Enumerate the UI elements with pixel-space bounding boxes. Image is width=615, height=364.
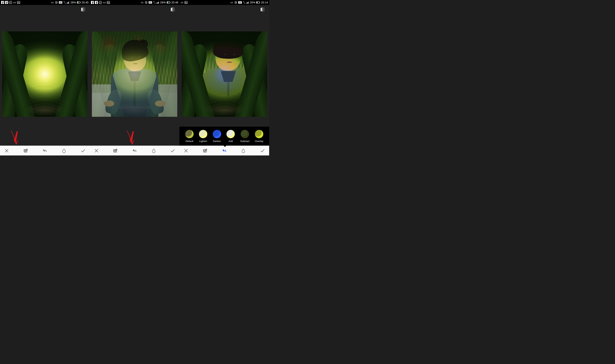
hotspot-icon xyxy=(230,1,233,4)
blend-swatch-icon xyxy=(255,130,263,138)
editor-toolbar xyxy=(90,146,179,156)
screen-1: 4G 28% 20:45 xyxy=(0,0,90,156)
network-badge: 4G xyxy=(149,1,152,4)
alarm-icon xyxy=(234,1,237,4)
app-header xyxy=(179,5,269,14)
add-image-button[interactable] xyxy=(202,147,209,154)
opacity-button[interactable] xyxy=(240,147,247,154)
blend-mode-button[interactable] xyxy=(131,147,138,154)
compare-icon[interactable] xyxy=(81,7,86,12)
data-traffic-icon xyxy=(63,1,66,4)
alarm-icon xyxy=(55,1,58,4)
blend-option-overlay[interactable]: Overlay xyxy=(255,130,263,143)
opacity-button[interactable] xyxy=(150,147,157,154)
add-image-button[interactable] xyxy=(112,147,119,154)
confirm-button[interactable] xyxy=(259,147,266,154)
blend-mode-panel: Default Lighten Darken Add Subtract Over… xyxy=(179,127,269,146)
panel-pointer-icon xyxy=(223,145,226,147)
facebook-icon xyxy=(95,1,98,4)
signal-icon xyxy=(156,1,159,4)
blend-option-label: Overlay xyxy=(255,140,263,143)
hotspot-icon xyxy=(103,1,106,4)
gallery-icon xyxy=(107,1,110,4)
blend-swatch-icon xyxy=(185,130,194,138)
blend-option-lighten[interactable]: Lighten xyxy=(199,130,207,143)
clock: 20:46 xyxy=(171,1,178,4)
data-traffic-icon xyxy=(243,1,245,4)
data-traffic-icon xyxy=(153,1,155,4)
battery-charging-icon xyxy=(167,1,170,4)
blend-option-add[interactable]: Add xyxy=(226,130,235,143)
blend-swatch-icon xyxy=(199,130,207,138)
editor-toolbar xyxy=(179,146,269,156)
facebook-icon xyxy=(1,1,4,4)
blend-option-label: Subtract xyxy=(240,140,249,143)
confirm-button[interactable] xyxy=(169,147,176,154)
blend-option-subtract[interactable]: Subtract xyxy=(240,130,249,143)
image-preview[interactable] xyxy=(182,31,267,117)
add-image-button[interactable] xyxy=(22,147,29,154)
screen-3: 4G 26% 20:14 xyxy=(179,0,269,156)
cancel-button[interactable] xyxy=(93,147,100,154)
hotspot-icon xyxy=(141,1,144,4)
blend-swatch-icon xyxy=(226,130,235,138)
battery-icon xyxy=(256,1,260,4)
facebook-icon xyxy=(5,1,8,4)
hotspot-icon xyxy=(180,1,184,4)
status-bar: 4G 26% 20:14 xyxy=(179,0,269,5)
alarm-icon xyxy=(145,1,148,4)
gallery-icon xyxy=(17,1,20,4)
blend-swatch-icon xyxy=(241,130,249,138)
blend-option-label: Default xyxy=(185,140,193,143)
signal-icon xyxy=(67,1,69,4)
battery-percent: 28% xyxy=(70,1,76,4)
image-preview[interactable] xyxy=(92,31,177,117)
whatsapp-icon xyxy=(99,1,102,4)
editor-canvas[interactable] xyxy=(90,14,179,146)
blend-option-darken[interactable]: Darken xyxy=(213,130,221,143)
confirm-button[interactable] xyxy=(80,147,87,154)
blend-option-label: Add xyxy=(229,140,233,143)
hotspot-icon xyxy=(51,1,54,4)
editor-canvas[interactable] xyxy=(179,14,269,146)
signal-icon xyxy=(246,1,249,4)
battery-charging-icon xyxy=(77,1,81,4)
status-bar: 4G 28% 20:45 xyxy=(0,0,90,5)
battery-percent: 28% xyxy=(160,1,166,4)
whatsapp-icon xyxy=(9,1,12,4)
gallery-icon xyxy=(185,1,188,4)
editor-toolbar xyxy=(0,146,90,156)
app-header xyxy=(0,5,90,14)
blend-swatch-icon xyxy=(213,130,221,138)
blend-mode-button[interactable] xyxy=(221,147,228,154)
editor-canvas[interactable] xyxy=(0,14,90,146)
hotspot-icon xyxy=(13,1,16,4)
clock: 20:14 xyxy=(261,1,268,4)
blend-option-default[interactable]: Default xyxy=(185,130,194,143)
network-badge: 4G xyxy=(238,1,242,4)
battery-percent: 26% xyxy=(250,1,256,4)
image-preview[interactable] xyxy=(2,31,87,117)
compare-icon[interactable] xyxy=(260,7,265,12)
opacity-button[interactable] xyxy=(60,147,68,154)
compare-icon[interactable] xyxy=(170,7,175,12)
blend-mode-button[interactable] xyxy=(41,147,48,154)
clock: 20:45 xyxy=(82,1,89,4)
cancel-button[interactable] xyxy=(3,147,10,154)
blend-option-label: Darken xyxy=(213,140,221,143)
app-header xyxy=(90,5,179,14)
facebook-icon xyxy=(91,1,94,4)
cancel-button[interactable] xyxy=(182,147,190,154)
network-badge: 4G xyxy=(59,1,62,4)
screen-2: 4G 28% 20:46 xyxy=(90,0,179,156)
status-bar: 4G 28% 20:46 xyxy=(90,0,179,5)
blend-option-label: Lighten xyxy=(199,140,207,143)
